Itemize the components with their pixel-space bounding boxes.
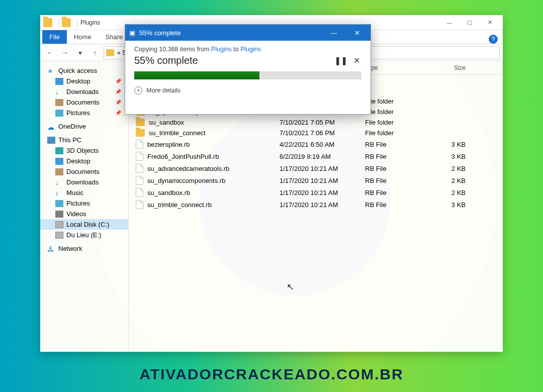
file-icon (136, 176, 143, 185)
sidebar-item-desktop2[interactable]: Desktop (40, 156, 128, 166)
col-type[interactable]: Type (365, 64, 430, 71)
sidebar-item-pictures[interactable]: Pictures📌 (40, 108, 128, 118)
file-type: RB File (365, 201, 430, 209)
sidebar-item-documents2[interactable]: Documents (40, 166, 128, 177)
sidebar-item-label: Du Lieu (E:) (66, 231, 101, 239)
sidebar-item-desktop[interactable]: Desktop📌 (40, 76, 128, 86)
copy-dialog-title: 55% complete (139, 29, 180, 37)
star-icon: ★ (47, 67, 55, 74)
download-icon: ↓ (55, 88, 63, 95)
file-type: File folder (365, 129, 430, 137)
file-name: Fredo6_JointPushPull.rb (147, 153, 219, 160)
copy-dialog-titlebar[interactable]: ▣ 55% complete — ✕ (125, 25, 371, 41)
file-date: 6/2/2019 8:19 AM (280, 153, 365, 160)
table-row[interactable]: su_sandbox7/10/2021 7:05 PMFile folder (129, 117, 503, 128)
file-name: bezierspline.rb (147, 141, 190, 148)
table-row[interactable]: su_trimble_connect.rb1/17/2020 10:21 AMR… (129, 199, 503, 211)
dest-link[interactable]: Plugins (240, 46, 261, 53)
more-details-toggle[interactable]: ▾ More details (134, 86, 361, 94)
file-name: su_advancedcameratools.rb (147, 165, 229, 172)
sidebar-item-label: This PC (58, 136, 81, 144)
up-button[interactable]: ↑ (88, 46, 102, 59)
pin-icon: 📌 (115, 78, 125, 84)
folder-icon (136, 119, 145, 126)
file-type: RB File (365, 189, 430, 197)
sidebar-item-label: Videos (66, 210, 86, 218)
tab-home[interactable]: Home (67, 30, 99, 44)
table-row[interactable]: su_dynamiccomponents.rb1/17/2020 10:21 A… (129, 174, 503, 186)
close-button[interactable]: ✕ (347, 26, 367, 40)
file-name: su_trimble_connect.rb (147, 201, 212, 209)
file-name: su_sandbox.rb (147, 189, 190, 197)
help-icon[interactable]: ? (489, 35, 498, 44)
chevron-down-icon: ▾ (134, 86, 142, 94)
file-type: File folder (365, 119, 430, 126)
sidebar-item-label: Network (58, 245, 82, 252)
sidebar-item-label: Music (66, 189, 83, 197)
sidebar-item-label: Local Disk (C:) (66, 221, 109, 228)
sidebar-item-downloads2[interactable]: ↓Downloads (40, 177, 128, 187)
sidebar-item-downloads[interactable]: ↓Downloads📌 (40, 86, 128, 97)
file-icon (136, 200, 143, 209)
pause-button[interactable]: ❚❚ (334, 56, 344, 65)
recent-dropdown[interactable]: ▾ (73, 46, 86, 59)
file-date: 1/17/2020 10:21 AM (280, 177, 365, 184)
sidebar-item-label: Documents (66, 99, 100, 106)
close-button[interactable]: ✕ (480, 16, 500, 30)
pictures-icon (55, 200, 63, 207)
sidebar-item-du-lieu[interactable]: Du Lieu (E:) (40, 230, 128, 240)
copy-progress-dialog[interactable]: ▣ 55% complete — ✕ Copying 10,368 items … (125, 24, 371, 115)
minimize-button[interactable]: — (439, 16, 460, 30)
sidebar-item-label: Pictures (66, 109, 90, 117)
file-icon (136, 188, 143, 197)
transfer-icon: ▣ (129, 29, 135, 37)
sidebar-item-label: Desktop (66, 77, 90, 85)
file-size: 3 KB (430, 201, 476, 209)
sidebar-item-videos[interactable]: Videos (40, 209, 128, 219)
sidebar-item-label: Downloads (66, 88, 99, 95)
tab-file[interactable]: File (42, 30, 67, 44)
file-date: 1/17/2020 10:21 AM (280, 201, 365, 209)
sidebar-item-pictures2[interactable]: Pictures (40, 198, 128, 209)
folder-icon (62, 18, 71, 27)
file-size: 3 KB (430, 153, 476, 160)
table-row[interactable]: su_advancedcameratools.rb1/17/2020 10:21… (129, 162, 503, 174)
back-button[interactable]: ← (43, 46, 56, 59)
file-date: 7/10/2021 7:05 PM (280, 119, 365, 126)
sidebar-item-network[interactable]: 🖧Network (40, 243, 128, 254)
minimize-button[interactable]: — (324, 26, 343, 40)
maximize-button[interactable]: ▢ (460, 16, 480, 30)
sidebar-item-quick-access[interactable]: ★Quick access (40, 65, 128, 76)
file-date: 1/17/2020 10:21 AM (280, 165, 365, 172)
file-type: RB File (365, 153, 430, 160)
sidebar-item-local-disk[interactable]: Local Disk (C:) (40, 219, 128, 230)
sidebar-item-onedrive[interactable]: ☁OneDrive (40, 121, 128, 132)
3d-icon (55, 147, 63, 154)
document-icon (55, 168, 63, 175)
sidebar-item-label: Documents (66, 168, 100, 175)
disk-icon (55, 221, 63, 228)
folder-icon (43, 18, 52, 27)
file-explorer-window: Plugins — ▢ ✕ File Home Share ? ← → ▾ ↑ … (40, 15, 503, 352)
sidebar-item-3d-objects[interactable]: 3D Objects (40, 145, 128, 156)
table-row[interactable]: su_sandbox.rb1/17/2020 10:21 AMRB File2 … (129, 186, 503, 199)
file-name: su_trimble_connect (149, 129, 206, 137)
table-row[interactable]: Fredo6_JointPushPull.rb6/2/2019 8:19 AMR… (129, 150, 503, 162)
file-size: 3 KB (430, 141, 476, 148)
video-icon (55, 211, 63, 218)
file-type: File folder (365, 97, 430, 105)
sidebar-item-this-pc[interactable]: This PC (40, 135, 128, 145)
forward-button[interactable]: → (58, 46, 71, 59)
table-row[interactable]: bezierspline.rb4/22/2021 6:50 AMRB File3… (129, 138, 503, 150)
music-icon: ♪ (55, 189, 63, 197)
file-name: su_dynamiccomponents.rb (147, 177, 225, 184)
source-link[interactable]: Plugins (211, 46, 232, 53)
col-size[interactable]: Size (430, 64, 476, 71)
cancel-button[interactable]: ✕ (351, 56, 361, 65)
sidebar-item-documents[interactable]: Documents📌 (40, 97, 128, 108)
sidebar-item-music[interactable]: ♪Music (40, 187, 128, 198)
table-row[interactable]: su_trimble_connect7/10/2021 7:06 PMFile … (129, 128, 503, 138)
sidebar-item-label: Downloads (66, 178, 99, 186)
sidebar-item-label: 3D Objects (66, 147, 99, 154)
folder-icon (136, 129, 145, 137)
